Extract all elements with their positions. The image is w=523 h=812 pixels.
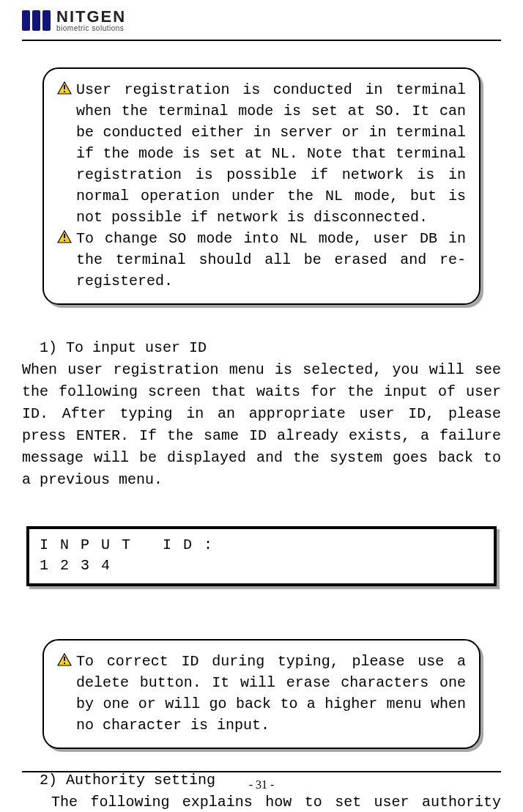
warning-item: To correct ID during typing, please use … — [57, 651, 466, 736]
svg-rect-5 — [64, 240, 65, 241]
section-title: 1) To input user ID — [22, 337, 501, 359]
caution-icon — [57, 230, 72, 243]
section-body: The following explains how to set user a… — [22, 791, 501, 812]
svg-rect-1 — [64, 85, 65, 89]
lcd-line-1: INPUT ID: — [40, 535, 483, 556]
svg-rect-4 — [64, 234, 65, 238]
lcd-display: INPUT ID: 1234 — [26, 526, 497, 586]
svg-rect-7 — [64, 657, 65, 661]
warning-item: To change SO mode into NL mode, user DB … — [57, 228, 466, 292]
page-content: User registration is conducted in termin… — [22, 41, 501, 812]
warning-text: To correct ID during typing, please use … — [76, 651, 466, 736]
section-input-user-id: 1) To input user ID When user registrati… — [22, 337, 501, 491]
svg-rect-2 — [64, 91, 65, 92]
warning-item: User registration is conducted in termin… — [57, 79, 466, 228]
caution-icon — [57, 653, 72, 666]
warning-text: User registration is conducted in termin… — [76, 79, 466, 228]
brand-tagline: biometric solutions — [56, 25, 126, 32]
svg-rect-8 — [64, 662, 65, 664]
brand-name: NITGEN — [56, 9, 126, 25]
warning-text: To change SO mode into NL mode, user DB … — [76, 228, 466, 292]
page-header: NITGEN biometric solutions — [22, 0, 501, 41]
page-footer: - 31 - — [22, 771, 501, 791]
logo-icon — [22, 10, 51, 31]
warning-box-registration: User registration is conducted in termin… — [42, 67, 481, 305]
logo-text: NITGEN biometric solutions — [56, 9, 126, 32]
lcd-line-2: 1234 — [40, 556, 483, 576]
section-body: When user registration menu is selected,… — [22, 359, 501, 491]
caution-icon — [57, 81, 72, 95]
page-number: - 31 - — [249, 778, 275, 791]
warning-box-delete: To correct ID during typing, please use … — [42, 639, 481, 749]
